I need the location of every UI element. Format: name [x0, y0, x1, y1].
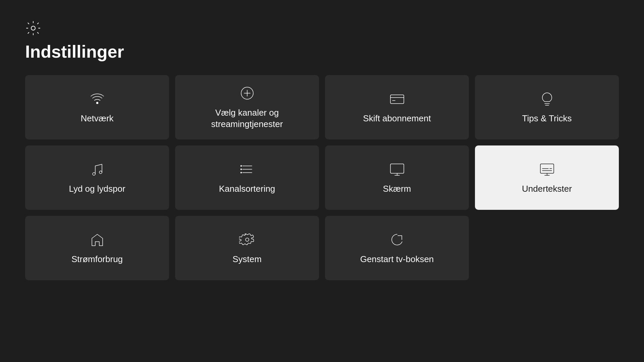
tile-label-subtitles: Undertekster	[517, 183, 577, 195]
tile-label-power: Strømforbrug	[66, 254, 128, 265]
tile-label-subscription: Skift abonnement	[358, 113, 436, 124]
tile-tips[interactable]: Tips & Tricks	[475, 75, 619, 139]
settings-grid: Netværk Vælg kanaler og streamingtjenest…	[25, 75, 619, 280]
tile-label-sorting: Kanalsortering	[214, 183, 281, 195]
svg-point-11	[99, 171, 102, 174]
tile-system[interactable]: System	[175, 216, 319, 280]
tile-label-network: Netværk	[75, 113, 119, 124]
page-title: Indstillinger	[25, 42, 619, 62]
list-icon	[238, 161, 256, 178]
svg-point-0	[31, 26, 35, 30]
refresh-icon	[388, 231, 406, 248]
plus-circle-icon	[238, 84, 256, 102]
tile-subtitles[interactable]: Undertekster	[475, 145, 619, 210]
tile-power[interactable]: Strømforbrug	[25, 216, 169, 280]
home-icon	[89, 231, 106, 248]
tile-label-screen: Skærm	[378, 183, 417, 195]
settings-icon	[238, 231, 256, 248]
tile-audio[interactable]: Lyd og lydspor	[25, 145, 169, 210]
svg-point-17	[240, 172, 241, 173]
settings-page: Indstillinger Netværk Vælg kanaler og st…	[0, 0, 644, 300]
tile-restart[interactable]: Genstart tv-boksen	[325, 216, 469, 280]
subtitles-icon	[538, 161, 556, 178]
svg-point-27	[246, 238, 249, 241]
svg-rect-5	[390, 95, 404, 104]
tile-network[interactable]: Netværk	[25, 75, 169, 139]
tile-label-system: System	[227, 254, 267, 265]
svg-point-15	[240, 166, 241, 167]
svg-point-16	[240, 169, 241, 170]
svg-point-1	[96, 102, 98, 104]
svg-rect-18	[390, 164, 404, 173]
music-icon	[89, 161, 106, 178]
tile-screen[interactable]: Skærm	[325, 145, 469, 210]
tile-label-channels: Vælg kanaler og streamingtjenester	[175, 107, 319, 130]
svg-point-10	[93, 173, 95, 175]
tile-label-audio: Lyd og lydspor	[63, 183, 130, 195]
tile-label-tips: Tips & Tricks	[517, 113, 577, 124]
monitor-icon	[388, 161, 406, 178]
tile-channels[interactable]: Vælg kanaler og streamingtjenester	[175, 75, 319, 139]
tile-sorting[interactable]: Kanalsortering	[175, 145, 319, 210]
settings-icon	[25, 20, 41, 36]
page-header: Indstillinger	[25, 20, 619, 62]
lightbulb-icon	[538, 90, 556, 108]
tile-subscription[interactable]: Skift abonnement	[325, 75, 469, 139]
card-icon	[388, 90, 406, 108]
tile-label-restart: Genstart tv-boksen	[355, 254, 439, 265]
wifi-icon	[89, 90, 106, 108]
